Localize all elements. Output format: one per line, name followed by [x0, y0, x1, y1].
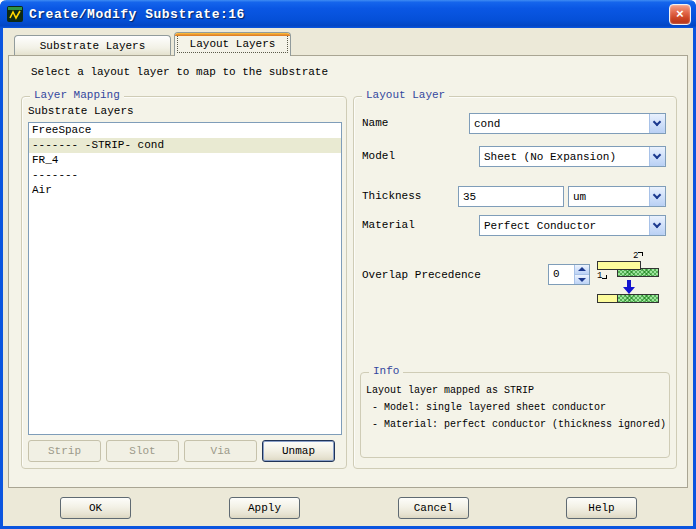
name-label: Name [362, 117, 388, 129]
model-combobox-value: Sheet (No Expansion) [480, 151, 649, 163]
apply-button[interactable]: Apply [229, 497, 300, 519]
ok-button[interactable]: OK [60, 497, 131, 519]
overlap-precedence-value: 0 [549, 265, 574, 284]
diagram-layer1-bar [597, 261, 641, 270]
list-item-air[interactable]: Air [29, 183, 341, 198]
diagram-layer2-label: 2 [633, 252, 643, 260]
list-item-divider[interactable]: ------- [29, 168, 341, 183]
via-button: Via [184, 440, 257, 462]
slot-button: Slot [106, 440, 179, 462]
substrate-layers-label: Substrate Layers [28, 105, 134, 117]
title-bar[interactable]: Create/Modify Substrate:16 × [0, 0, 696, 28]
chevron-down-icon[interactable] [649, 147, 665, 166]
overlap-precedence-label: Overlap Precedence [362, 269, 481, 281]
list-item-freespace[interactable]: FreeSpace [29, 123, 341, 138]
instruction-text: Select a layout layer to map to the subs… [31, 66, 328, 78]
info-line-model: - Model: single layered sheet conductor [366, 402, 606, 413]
close-icon[interactable]: × [669, 4, 691, 25]
layer-mapping-group-label: Layer Mapping [30, 89, 124, 101]
list-item-fr4[interactable]: FR_4 [29, 153, 341, 168]
strip-button: Strip [28, 440, 101, 462]
diagram-layer1-label: 1 [597, 272, 607, 280]
model-label: Model [362, 150, 395, 162]
tab-layout-layers[interactable]: Layout Layers [174, 32, 291, 56]
layer-mapping-group: Layer Mapping Substrate Layers FreeSpace… [21, 96, 347, 469]
info-group-label: Info [369, 365, 403, 377]
tab-substrate-layers[interactable]: Substrate Layers [14, 35, 171, 56]
substrate-layers-list[interactable]: FreeSpace ------- -STRIP- cond FR_4 ----… [28, 122, 342, 435]
cancel-button[interactable]: Cancel [398, 497, 469, 519]
model-combobox[interactable]: Sheet (No Expansion) [479, 146, 666, 167]
layout-layer-group: Layout Layer Name cond Model Sheet (No E… [353, 96, 677, 469]
precedence-diagram: 2 1 [595, 252, 661, 304]
thickness-unit-combobox[interactable]: um [568, 186, 666, 207]
material-combobox[interactable]: Perfect Conductor [479, 215, 666, 236]
help-button[interactable]: Help [566, 497, 637, 519]
list-item-strip-cond[interactable]: ------- -STRIP- cond [29, 138, 341, 153]
mapping-button-row: Strip Slot Via Unmap [28, 440, 335, 462]
material-combobox-value: Perfect Conductor [480, 220, 649, 232]
name-combobox-value: cond [470, 118, 649, 130]
spinner-buttons [574, 265, 589, 284]
spinner-up-icon[interactable] [575, 265, 589, 275]
info-line-material: - Material: perfect conductor (thickness… [366, 419, 666, 430]
tab-page: Select a layout layer to map to the subs… [8, 55, 688, 488]
window-title: Create/Modify Substrate:16 [29, 7, 245, 22]
name-combobox[interactable]: cond [469, 113, 666, 134]
layout-layer-group-label: Layout Layer [362, 89, 449, 101]
chevron-down-icon[interactable] [649, 216, 665, 235]
chevron-down-icon[interactable] [649, 187, 665, 206]
dialog-window: Create/Modify Substrate:16 × Substrate L… [0, 0, 696, 529]
thickness-unit-value: um [569, 191, 649, 203]
app-icon [7, 6, 23, 22]
info-group: Info Layout layer mapped as STRIP - Mode… [360, 372, 670, 458]
thickness-label: Thickness [362, 190, 421, 202]
unmap-button[interactable]: Unmap [262, 440, 335, 462]
chevron-down-icon[interactable] [649, 114, 665, 133]
diagram-result-bar [597, 294, 659, 303]
spinner-down-icon[interactable] [575, 275, 589, 284]
thickness-input[interactable] [458, 186, 564, 207]
overlap-precedence-spinner[interactable]: 0 [548, 264, 590, 285]
info-line-mapped: Layout layer mapped as STRIP [366, 385, 534, 396]
material-label: Material [362, 219, 415, 231]
